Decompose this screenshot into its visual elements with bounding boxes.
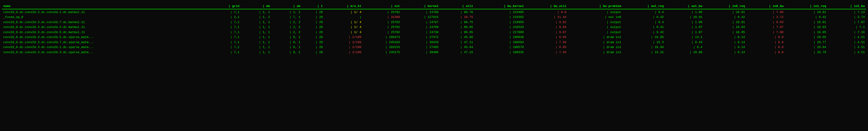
col-util: | util bbox=[440, 4, 474, 9]
col-ub: | ub bbox=[271, 4, 302, 9]
col-est: | est bbox=[363, 4, 401, 9]
table-row: conv2d_0.dc.conv2d.3.dc.conv2d.3.dc.matm… bbox=[2, 25, 866, 30]
table-row: conv2d_0.dc.conv2d.3.dc.conv2d.5.dc.spar… bbox=[2, 35, 866, 40]
col-in1-bw: | in1_bw bbox=[828, 4, 866, 9]
col-in0-bw: | in0_bw bbox=[746, 4, 785, 9]
col-bw-kernel: | bw_kernel bbox=[474, 4, 525, 9]
col-bw-util: | bw_util bbox=[525, 4, 568, 9]
table-row: conv2d_0.dc.conv2d.3.dc.conv2d.1.dc.spar… bbox=[2, 45, 866, 50]
table-row: conv2d_0.dc.conv2d.3.dc.conv2d.7.dc.matm… bbox=[2, 20, 866, 25]
table-row: conv2d_0.dc.conv2d.3.dc.conv2d.7.dc.spar… bbox=[2, 40, 866, 45]
col-out-bw: | out_bw bbox=[665, 4, 704, 9]
col-grid: | grid bbox=[210, 4, 241, 9]
table-row: conv2d_0.dc.conv2d.3.dc.conv2d.3.dc.spar… bbox=[2, 50, 866, 55]
main-table: name | grid | mb | ub | t | m/u_kt | est… bbox=[2, 4, 866, 55]
col-m-u-kt: | m/u_kt bbox=[324, 4, 363, 9]
table-row: _fused_op_0| 2,1| 1, 2| 7, 1| 28|| 31360… bbox=[2, 15, 866, 20]
col-kernel: | kernel bbox=[401, 4, 440, 9]
col-bw-problem: | bw problem bbox=[568, 4, 622, 9]
col-name: name bbox=[2, 4, 210, 9]
table-row: conv2d_0.dc.conv2d.3.dc.conv2d.5.dc.matm… bbox=[2, 30, 866, 35]
col-in1-req: | in1_req bbox=[785, 4, 828, 9]
table-row: conv2d_0.dc.conv2d.3.dc.conv2d.1.dc.matm… bbox=[2, 10, 866, 15]
col-in0-req: | in0_req bbox=[704, 4, 746, 9]
col-t: | t bbox=[302, 4, 324, 9]
column-headers: name | grid | mb | ub | t | m/u_kt | est… bbox=[2, 4, 866, 9]
col-mb: | mb bbox=[241, 4, 271, 9]
col-out-req: | out_req bbox=[622, 4, 665, 9]
